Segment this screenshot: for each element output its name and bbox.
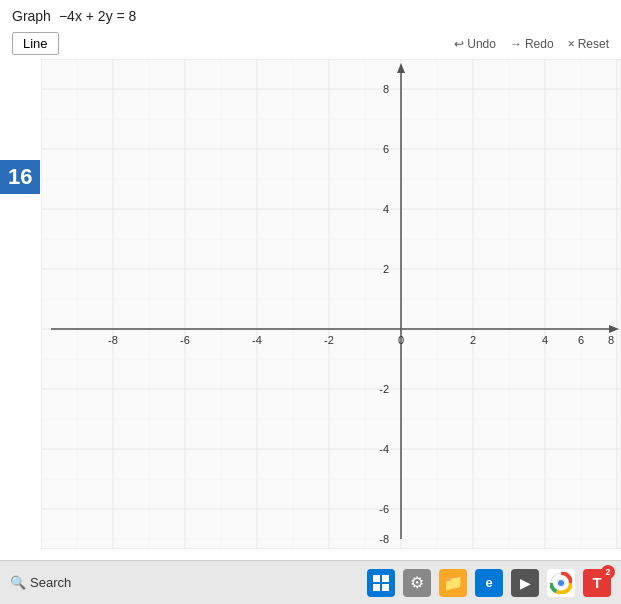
reset-icon: × bbox=[568, 37, 575, 51]
svg-text:-2: -2 bbox=[324, 334, 334, 346]
svg-rect-0 bbox=[41, 59, 621, 549]
notification-badge: 2 bbox=[601, 565, 615, 579]
undo-action[interactable]: ↩ Undo bbox=[454, 37, 496, 51]
graph-container[interactable]: -8 -6 -4 -2 0 2 4 6 8 8 6 4 2 -2 -4 -6 -… bbox=[41, 59, 621, 549]
reset-action[interactable]: × Reset bbox=[568, 37, 609, 51]
t-app-icon[interactable]: T 2 bbox=[583, 569, 611, 597]
svg-rect-54 bbox=[373, 575, 380, 582]
chrome-icon[interactable] bbox=[547, 569, 575, 597]
toolbar: Line ↩ Undo → Redo × Reset bbox=[0, 28, 621, 59]
taskbar: 🔍 Search ⚙ 📁 e ▶ bbox=[0, 560, 621, 604]
svg-rect-57 bbox=[382, 584, 389, 591]
folder-icon[interactable]: 📁 bbox=[439, 569, 467, 597]
graph-svg[interactable]: -8 -6 -4 -2 0 2 4 6 8 8 6 4 2 -2 -4 -6 -… bbox=[41, 59, 621, 549]
svg-rect-55 bbox=[382, 575, 389, 582]
line-button[interactable]: Line bbox=[12, 32, 59, 55]
search-label: Search bbox=[30, 575, 71, 590]
problem-number: 16 bbox=[0, 160, 40, 194]
svg-text:-8: -8 bbox=[108, 334, 118, 346]
problem-prefix: Graph bbox=[12, 8, 51, 24]
reset-label: Reset bbox=[578, 37, 609, 51]
svg-text:-4: -4 bbox=[252, 334, 262, 346]
svg-text:0: 0 bbox=[397, 334, 403, 346]
svg-text:4: 4 bbox=[382, 203, 388, 215]
taskbar-search[interactable]: 🔍 Search bbox=[10, 575, 71, 590]
main-content: Graph −4x + 2y = 8 Line ↩ Undo → Redo × … bbox=[0, 0, 621, 560]
svg-text:4: 4 bbox=[541, 334, 547, 346]
toolbar-actions: ↩ Undo → Redo × Reset bbox=[454, 37, 609, 51]
redo-label: Redo bbox=[525, 37, 554, 51]
svg-text:-2: -2 bbox=[379, 383, 389, 395]
media-icon[interactable]: ▶ bbox=[511, 569, 539, 597]
svg-text:2: 2 bbox=[382, 263, 388, 275]
svg-text:6: 6 bbox=[382, 143, 388, 155]
svg-rect-56 bbox=[373, 584, 380, 591]
svg-text:-8: -8 bbox=[379, 533, 389, 545]
edge-icon[interactable]: e bbox=[475, 569, 503, 597]
svg-text:8: 8 bbox=[607, 334, 613, 346]
svg-text:-4: -4 bbox=[379, 443, 389, 455]
svg-text:-6: -6 bbox=[379, 503, 389, 515]
undo-label: Undo bbox=[467, 37, 496, 51]
svg-text:-6: -6 bbox=[180, 334, 190, 346]
svg-point-61 bbox=[558, 580, 564, 586]
taskbar-icons: ⚙ 📁 e ▶ T 2 bbox=[367, 569, 611, 597]
redo-action[interactable]: → Redo bbox=[510, 37, 554, 51]
search-icon: 🔍 bbox=[10, 575, 26, 590]
svg-text:2: 2 bbox=[469, 334, 475, 346]
settings-icon[interactable]: ⚙ bbox=[403, 569, 431, 597]
svg-text:6: 6 bbox=[577, 334, 583, 346]
windows-icon[interactable] bbox=[367, 569, 395, 597]
problem-equation: −4x + 2y = 8 bbox=[59, 8, 136, 24]
problem-area: Graph −4x + 2y = 8 bbox=[0, 0, 621, 28]
redo-icon: → bbox=[510, 37, 522, 51]
undo-icon: ↩ bbox=[454, 37, 464, 51]
svg-text:8: 8 bbox=[382, 83, 388, 95]
